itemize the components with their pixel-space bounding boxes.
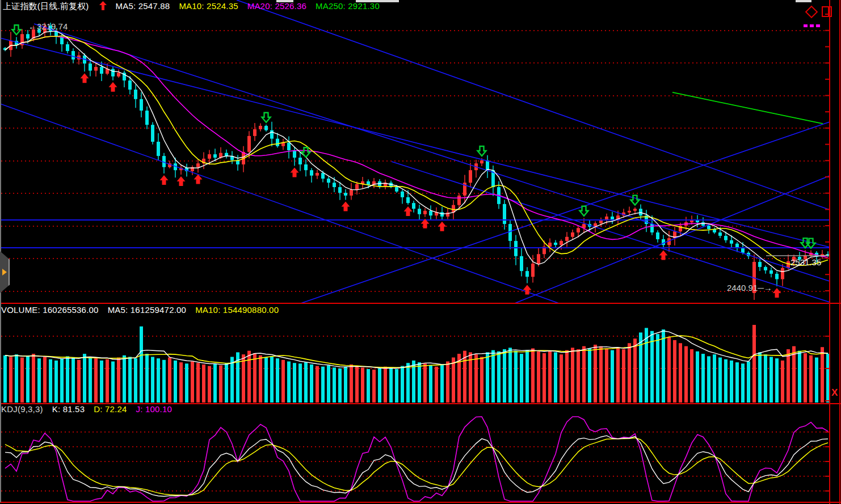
ma10-label: MA10: 2524.35 [179,1,238,11]
last-price-label: 2531.35 [790,257,821,267]
volume-value-label: VOLUME: 160265536.00 [1,305,99,315]
kdj-header: KDJ(9,3,3)K: 81.53D: 72.24J: 100.10 [1,404,181,414]
buy-signal-legend-icon [99,1,107,12]
ellipsis-dots-icon [804,19,826,23]
volume-ma10-label: MA10: 154490880.00 [195,305,279,315]
high-price-label: ←3219.74 [28,22,68,31]
window-tool-icon[interactable] [822,6,832,17]
kdj-d-label: D: 72.24 [94,404,127,414]
chart-canvas[interactable] [0,0,841,504]
ma5-label: MA5: 2547.88 [116,1,170,11]
ma20-label: MA20: 2526.36 [247,1,306,11]
window-tool-bar [828,7,829,16]
low-price-label: 2440.91─→ [727,283,772,293]
diamond-tool-icon[interactable] [805,6,818,19]
security-title: 上证指数(日线.前复权) [3,1,89,11]
chart-window: 上证指数(日线.前复权)MA5: 2547.88MA10: 2524.35MA2… [0,0,841,504]
kdj-name-label: KDJ(9,3,3) [1,404,43,414]
expand-arrow-icon [2,269,7,276]
kdj-j-label: J: 100.10 [136,404,173,414]
volume-header: VOLUME: 160265536.00MA5: 161259472.00MA1… [1,305,288,315]
main-chart-header: 上证指数(日线.前复权)MA5: 2547.88MA10: 2524.35MA2… [3,1,389,12]
panel-close-button[interactable]: X [831,387,838,399]
volume-ma5-label: MA5: 161259472.00 [108,305,187,315]
window-edge-artifact [796,0,811,2]
ma250-label: MA250: 2921.30 [316,1,380,11]
kdj-k-label: K: 81.53 [52,404,85,414]
chart-toolbar [806,6,835,24]
